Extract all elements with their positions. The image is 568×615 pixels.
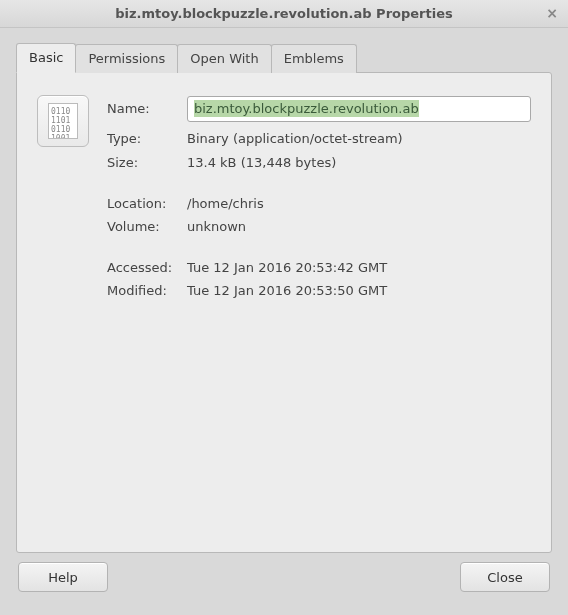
file-icon-cell: 0110 1101 0110 1001: [37, 95, 97, 147]
name-input-text: biz.mtoy.blockpuzzle.revolution.ab: [194, 100, 419, 117]
tab-label: Open With: [190, 51, 258, 66]
spacer: [37, 242, 531, 252]
tab-label: Basic: [29, 50, 63, 65]
location-value: /home/chris: [187, 196, 531, 211]
tabstrip: Basic Permissions Open With Emblems: [16, 42, 552, 72]
tab-permissions[interactable]: Permissions: [75, 44, 178, 73]
volume-value: unknown: [187, 219, 531, 234]
volume-label: Volume:: [107, 219, 177, 234]
properties-window: biz.mtoy.blockpuzzle.revolution.ab Prope…: [0, 0, 568, 615]
spacer: [37, 178, 531, 188]
content-area: Basic Permissions Open With Emblems 0110…: [0, 28, 568, 615]
tab-label: Permissions: [88, 51, 165, 66]
tab-label: Emblems: [284, 51, 344, 66]
file-icon[interactable]: 0110 1101 0110 1001: [37, 95, 89, 147]
window-title: biz.mtoy.blockpuzzle.revolution.ab Prope…: [115, 6, 453, 21]
modified-value: Tue 12 Jan 2016 20:53:50 GMT: [187, 283, 531, 298]
tabs-container: Basic Permissions Open With Emblems 0110…: [16, 42, 552, 553]
help-button[interactable]: Help: [18, 562, 108, 592]
type-value: Binary (application/octet-stream): [187, 131, 531, 146]
close-icon[interactable]: ×: [544, 5, 560, 21]
location-label: Location:: [107, 196, 177, 211]
name-field-wrap: biz.mtoy.blockpuzzle.revolution.ab: [187, 96, 531, 122]
name-label: Name:: [107, 101, 177, 116]
tab-basic[interactable]: Basic: [16, 43, 76, 73]
accessed-value: Tue 12 Jan 2016 20:53:42 GMT: [187, 260, 531, 275]
type-label: Type:: [107, 131, 177, 146]
close-button[interactable]: Close: [460, 562, 550, 592]
tab-panel-basic: 0110 1101 0110 1001 Name: biz.mtoy.block…: [16, 72, 552, 553]
size-label: Size:: [107, 155, 177, 170]
titlebar: biz.mtoy.blockpuzzle.revolution.ab Prope…: [0, 0, 568, 28]
basic-grid: 0110 1101 0110 1001 Name: biz.mtoy.block…: [37, 95, 531, 298]
binary-file-icon: 0110 1101 0110 1001: [48, 103, 78, 139]
tab-emblems[interactable]: Emblems: [271, 44, 357, 73]
size-value: 13.4 kB (13,448 bytes): [187, 155, 531, 170]
name-input[interactable]: biz.mtoy.blockpuzzle.revolution.ab: [187, 96, 531, 122]
modified-label: Modified:: [107, 283, 177, 298]
dialog-footer: Help Close: [16, 553, 552, 605]
accessed-label: Accessed:: [107, 260, 177, 275]
tab-open-with[interactable]: Open With: [177, 44, 271, 73]
button-label: Close: [487, 570, 522, 585]
button-label: Help: [48, 570, 78, 585]
